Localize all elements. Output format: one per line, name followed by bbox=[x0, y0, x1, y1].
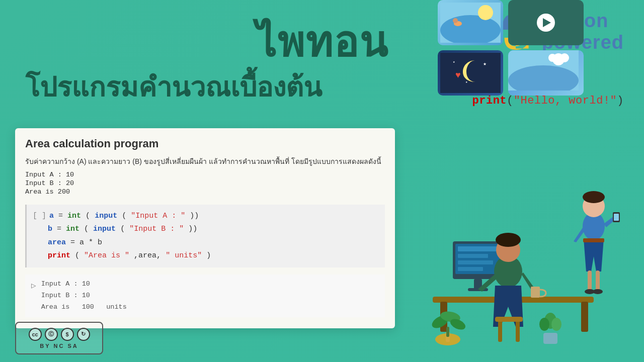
code-line-3: area = a * b bbox=[33, 236, 379, 249]
svg-rect-31 bbox=[458, 260, 493, 264]
svg-point-51 bbox=[551, 318, 561, 331]
svg-rect-29 bbox=[458, 246, 498, 251]
background: ไพทอน โปรแกรมคำนวณเบื้องต้น python power… bbox=[0, 0, 644, 362]
output-line-1: Input A : 10 bbox=[41, 279, 127, 290]
svg-rect-22 bbox=[583, 238, 604, 242]
thumbnail-video bbox=[508, 0, 584, 45]
svg-rect-30 bbox=[458, 254, 488, 258]
card-title: Area calculation program bbox=[25, 137, 385, 150]
play-button[interactable] bbox=[537, 14, 555, 32]
svg-rect-24 bbox=[596, 270, 600, 291]
code-line-1: [ ] a = int ( input ( "Input A : " )) bbox=[33, 210, 379, 223]
svg-text:★: ★ bbox=[483, 62, 487, 66]
hello-world-line: print("Hello, world!") bbox=[472, 95, 624, 107]
svg-rect-47 bbox=[446, 327, 449, 337]
cc-icons: cc Ⓒ $ ↻ bbox=[29, 328, 90, 341]
svg-point-6 bbox=[453, 18, 458, 23]
by-icon: Ⓒ bbox=[45, 328, 58, 341]
svg-rect-7 bbox=[440, 53, 501, 93]
output-line-3: Area is 100 units bbox=[41, 302, 127, 313]
main-title: ไพทอน bbox=[256, 9, 388, 74]
play-triangle-icon bbox=[543, 18, 551, 27]
svg-rect-23 bbox=[588, 270, 592, 291]
svg-rect-37 bbox=[581, 302, 588, 332]
svg-rect-54 bbox=[495, 317, 523, 322]
svg-rect-32 bbox=[458, 267, 483, 271]
thumbnail-beach bbox=[438, 0, 503, 45]
svg-rect-41 bbox=[531, 287, 540, 298]
svg-text:♥: ♥ bbox=[455, 70, 461, 80]
line-bracket: [ ] bbox=[33, 210, 46, 223]
svg-rect-48 bbox=[543, 333, 557, 344]
svg-point-16 bbox=[548, 54, 556, 62]
output-text: Input A : 10 Input B : 10 Area is 100 un… bbox=[41, 279, 127, 313]
sample-line-1: Input A : 10 bbox=[25, 171, 385, 178]
svg-point-19 bbox=[583, 191, 605, 203]
svg-rect-21 bbox=[614, 214, 619, 221]
sky-svg bbox=[508, 50, 579, 90]
print-keyword: print bbox=[472, 95, 507, 107]
code-block: [ ] a = int ( input ( "Input A : " )) b … bbox=[25, 205, 385, 267]
cc-labels: BY NC SA bbox=[40, 343, 78, 349]
illustration-svg bbox=[392, 161, 644, 362]
card-description: รับค่าความกว้าง (A) และความยาว (B) ของรู… bbox=[25, 156, 385, 167]
subtitle: โปรแกรมคำนวณเบื้องต้น bbox=[25, 65, 322, 109]
code-line-2: b = int ( input ( "Input B : " )) bbox=[33, 223, 379, 236]
sample-line-3: Area is 200 bbox=[25, 188, 385, 196]
thumbnail-night: ★ ★ ★ ♥ bbox=[438, 50, 503, 96]
beach-svg bbox=[440, 3, 501, 43]
sample-line-2: Input B : 20 bbox=[25, 179, 385, 187]
code-card: Area calculation program รับค่าความกว้าง… bbox=[15, 128, 395, 328]
svg-point-26 bbox=[593, 289, 603, 294]
code-line-4: print ( "Area is " ,area, " units" ) bbox=[33, 249, 379, 262]
output-icon: ▷ bbox=[31, 279, 36, 313]
svg-point-4 bbox=[478, 5, 493, 20]
sa-icon: ↻ bbox=[77, 328, 90, 341]
hello-string: "Hello, world!" bbox=[514, 95, 617, 107]
cc-icon: cc bbox=[29, 328, 42, 341]
svg-point-15 bbox=[560, 53, 569, 62]
output-block: ▷ Input A : 10 Input B : 10 Area is 100 … bbox=[25, 275, 385, 317]
night-svg: ★ ★ ★ ♥ bbox=[440, 53, 501, 93]
thumbnail-sky bbox=[508, 50, 584, 96]
nc-icon: $ bbox=[61, 328, 74, 341]
svg-point-40 bbox=[496, 233, 521, 247]
cc-license-badge: cc Ⓒ $ ↻ BY NC SA bbox=[15, 322, 103, 354]
svg-point-50 bbox=[539, 318, 549, 331]
output-line-2: Input B : 10 bbox=[41, 290, 127, 302]
